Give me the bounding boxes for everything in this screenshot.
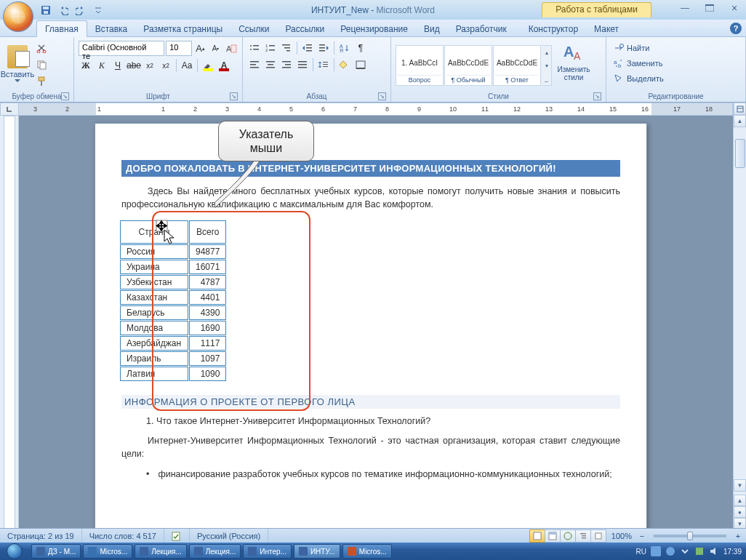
table-row[interactable]: Украина16071 (120, 260, 226, 274)
fontcolor-button[interactable]: A (217, 58, 231, 73)
font-name-combo[interactable]: Calibri (Основной те (79, 41, 164, 56)
taskbar-item-6[interactable]: Micros... (342, 544, 392, 559)
tray-volume-icon[interactable] (709, 546, 719, 556)
zoom-slider[interactable] (654, 535, 726, 537)
italic-button[interactable]: К (95, 58, 109, 73)
numbering-button[interactable]: 12 (263, 41, 278, 55)
status-page[interactable]: Страница: 2 из 19 (0, 529, 82, 543)
decrease-indent-button[interactable] (300, 41, 315, 55)
styles-launcher[interactable]: ↘ (593, 92, 601, 100)
scroll-down-button[interactable]: ▼ (734, 479, 746, 492)
help-button[interactable]: ? (730, 23, 742, 34)
table-row[interactable]: Казахстан4401 (120, 290, 226, 305)
document-area[interactable]: ДОБРО ПОЖАЛОВАТЬ В ИНТЕРНЕТ-УНИВЕРСИТЕТ … (19, 116, 733, 529)
table-row[interactable]: Латвия1090 (120, 367, 226, 381)
line-spacing-button[interactable] (316, 57, 331, 72)
bullets-button[interactable] (247, 41, 262, 55)
qat-more-button[interactable] (90, 3, 106, 17)
redo-button[interactable] (73, 3, 89, 17)
view-weblayout-button[interactable] (560, 529, 576, 543)
table-row[interactable]: Беларусь4390 (120, 305, 226, 320)
horizontal-ruler[interactable]: 321123456789101112131415161718 (19, 103, 733, 116)
grow-font-button[interactable]: A▴ (193, 41, 207, 56)
superscript-button[interactable]: x2 (159, 58, 173, 73)
shrink-font-button[interactable]: A▾ (209, 41, 222, 56)
font-size-combo[interactable]: 10 (166, 41, 192, 56)
taskbar-item-0[interactable]: ДЗ - M... (31, 544, 81, 559)
scroll-thumb[interactable] (735, 139, 745, 168)
tab-insert[interactable]: Вставка (87, 21, 136, 36)
paste-button[interactable]: Вставить (3, 39, 32, 89)
align-right-button[interactable] (279, 57, 294, 72)
taskbar-item-3[interactable]: Лекция... (189, 544, 241, 559)
view-draft-button[interactable] (590, 529, 606, 543)
table-move-handle[interactable] (153, 217, 180, 249)
bold-button[interactable]: Ж (79, 58, 93, 73)
tab-home[interactable]: Главная (36, 20, 87, 37)
vertical-ruler[interactable] (0, 116, 19, 529)
zoom-out-button[interactable]: − (637, 532, 647, 540)
taskbar-item-5[interactable]: ИНТУ... (294, 544, 340, 559)
strike-button[interactable]: abe (127, 58, 141, 73)
tray-flag-icon[interactable] (694, 546, 705, 556)
sort-button[interactable]: AЯ (337, 41, 352, 55)
browse-object-button[interactable]: ● (734, 506, 746, 518)
clipboard-launcher[interactable]: ↘ (61, 92, 69, 100)
highlight-button[interactable] (201, 58, 215, 73)
changecase-button[interactable]: Aa (180, 58, 194, 73)
tab-mailings[interactable]: Рассылки (277, 21, 332, 36)
tab-developer[interactable]: Разработчик (448, 21, 515, 36)
taskbar-item-4[interactable]: Интер... (243, 544, 292, 559)
table-row[interactable]: Молдова1690 (120, 321, 226, 335)
underline-button[interactable]: Ч (111, 58, 125, 73)
justify-button[interactable] (295, 57, 310, 72)
status-language[interactable]: Русский (Россия) (190, 529, 268, 543)
tab-table-layout[interactable]: Макет (586, 21, 627, 36)
tray-icon-1[interactable] (651, 546, 661, 556)
taskbar-item-1[interactable]: Micros... (83, 544, 132, 559)
table-row[interactable]: Израиль1097 (120, 351, 226, 366)
change-styles-button[interactable]: AA Изменить стили (556, 42, 591, 89)
tray-icon-2[interactable] (665, 546, 675, 556)
shading-button[interactable] (337, 57, 352, 72)
tab-view[interactable]: Вид (416, 21, 448, 36)
style-card-0[interactable]: 1. AaBbCcIВопрос (396, 45, 444, 86)
scroll-up-button[interactable]: ▲ (734, 115, 746, 127)
subscript-button[interactable]: x2 (143, 58, 157, 73)
tray-show-hidden-icon[interactable] (680, 546, 690, 556)
align-center-button[interactable] (263, 57, 278, 72)
zoom-in-button[interactable]: + (733, 532, 743, 540)
taskbar-item-2[interactable]: Лекция... (135, 544, 187, 559)
borders-button[interactable] (353, 57, 368, 72)
tab-pagelayout[interactable]: Разметка страницы (135, 21, 230, 36)
show-marks-button[interactable]: ¶ (353, 41, 368, 55)
status-proofing-icon[interactable] (164, 529, 190, 543)
replace-button[interactable]: abЗаменить (611, 56, 741, 71)
maximize-button[interactable] (701, 1, 718, 14)
align-left-button[interactable] (247, 57, 262, 72)
minimize-button[interactable]: — (676, 1, 694, 14)
tab-review[interactable]: Рецензирование (332, 21, 416, 36)
paragraph-launcher[interactable]: ↘ (378, 92, 386, 100)
status-words[interactable]: Число слов: 4 517 (82, 529, 164, 543)
tab-references[interactable]: Ссылки (230, 21, 277, 36)
tab-table-design[interactable]: Конструктор (521, 21, 586, 36)
style-card-2[interactable]: AaBbCcDdE¶ Ответ (493, 45, 541, 86)
styles-more-button[interactable]: ▴▾⎯ (542, 45, 552, 86)
formatpainter-button[interactable] (34, 74, 49, 89)
table-row[interactable]: Узбекистан4787 (120, 275, 226, 289)
save-button[interactable] (38, 3, 54, 17)
scroll-ruler-toggle[interactable] (734, 103, 746, 115)
start-button[interactable] (0, 543, 29, 560)
close-button[interactable]: × (726, 1, 743, 14)
table-row[interactable]: Азербайджан1117 (120, 336, 226, 351)
undo-button[interactable] (55, 3, 71, 17)
cut-button[interactable] (34, 41, 49, 55)
view-outline-button[interactable] (575, 529, 591, 543)
tray-language[interactable]: RU (636, 548, 646, 556)
copy-button[interactable] (34, 57, 49, 72)
zoom-percent[interactable]: 100% (611, 532, 632, 540)
find-button[interactable]: Найти (611, 41, 741, 55)
office-button[interactable] (3, 1, 33, 32)
prev-page-button[interactable]: ▲ (734, 495, 746, 506)
